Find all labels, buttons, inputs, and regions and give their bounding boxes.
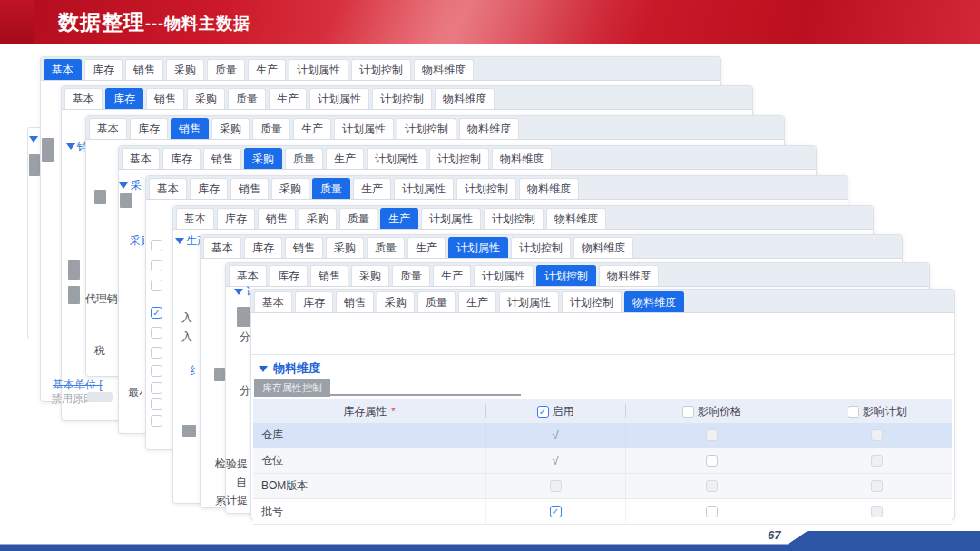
tab-2[interactable]: 库存 <box>295 291 333 312</box>
tab-8[interactable]: 计划控制 <box>397 118 456 139</box>
tab-8-active[interactable]: 计划控制 <box>536 265 596 286</box>
checkbox[interactable] <box>151 240 162 251</box>
tab-2[interactable]: 库存 <box>162 148 201 169</box>
checkbox[interactable] <box>706 480 718 492</box>
tab-5[interactable]: 质量 <box>392 265 430 286</box>
table-row-仓位[interactable]: 仓位√ <box>253 448 952 474</box>
table-row-BOM版本[interactable]: BOM版本 <box>253 474 952 499</box>
tab-5[interactable]: 质量 <box>252 118 290 139</box>
tab-7[interactable]: 计划属性 <box>367 148 426 169</box>
tab-2-active[interactable]: 库存 <box>105 88 143 109</box>
tab-8[interactable]: 计划控制 <box>562 291 622 312</box>
tab-7[interactable]: 计划属性 <box>474 265 534 286</box>
tab-3[interactable]: 销售 <box>258 208 296 229</box>
tab-4[interactable]: 采购 <box>351 265 389 286</box>
checkbox-checked[interactable]: √ <box>552 454 558 467</box>
checkbox-checked[interactable]: ✓ <box>537 406 549 418</box>
tab-1-active[interactable]: 基本 <box>44 59 82 80</box>
tab-3[interactable]: 销售 <box>230 178 269 199</box>
tab-8[interactable]: 计划控制 <box>511 237 571 258</box>
tab-1[interactable]: 基本 <box>149 178 187 199</box>
checkbox[interactable] <box>151 415 162 427</box>
tab-6[interactable]: 生产 <box>269 88 307 109</box>
tab-5[interactable]: 质量 <box>285 148 323 169</box>
tab-3[interactable]: 销售 <box>310 265 348 286</box>
tab-2[interactable]: 库存 <box>244 237 282 258</box>
tab-7[interactable]: 计划属性 <box>334 118 394 139</box>
tab-3[interactable]: 销售 <box>125 59 163 80</box>
tab-8[interactable]: 计划控制 <box>351 59 411 80</box>
tab-7[interactable]: 计划属性 <box>394 178 454 199</box>
tab-5[interactable]: 质量 <box>339 208 377 229</box>
tab-6[interactable]: 生产 <box>293 118 331 139</box>
checkbox[interactable] <box>151 382 162 394</box>
tab-9[interactable]: 物料维度 <box>519 178 579 199</box>
tab-6[interactable]: 生产 <box>353 178 391 199</box>
tab-3[interactable]: 销售 <box>203 148 241 169</box>
tab-8[interactable]: 计划控制 <box>484 208 544 229</box>
checkbox[interactable] <box>151 327 162 339</box>
tab-8[interactable]: 计划控制 <box>372 88 432 109</box>
checkbox[interactable] <box>151 398 162 410</box>
checkbox[interactable] <box>151 280 162 291</box>
tab-4-active[interactable]: 采购 <box>244 148 282 169</box>
checkbox-checked[interactable]: ✓ <box>151 307 162 319</box>
checkbox[interactable] <box>706 429 718 441</box>
tab-6[interactable]: 生产 <box>326 148 364 169</box>
tab-9[interactable]: 物料维度 <box>414 59 474 80</box>
tab-9[interactable]: 物料维度 <box>459 118 519 139</box>
tab-5[interactable]: 质量 <box>228 88 266 109</box>
tab-1[interactable]: 基本 <box>203 237 241 258</box>
checkbox[interactable] <box>151 365 162 377</box>
tab-4[interactable]: 采购 <box>326 237 364 258</box>
tab-9[interactable]: 物料维度 <box>435 88 495 109</box>
tab-1[interactable]: 基本 <box>89 118 127 139</box>
tab-4[interactable]: 采购 <box>271 178 309 199</box>
checkbox[interactable] <box>848 406 859 418</box>
tab-6[interactable]: 生产 <box>248 59 286 80</box>
tab-1[interactable]: 基本 <box>122 148 160 169</box>
checkbox-checked[interactable]: ✓ <box>550 506 562 517</box>
tab-7[interactable]: 计划属性 <box>499 291 559 312</box>
tab-5[interactable]: 质量 <box>207 59 245 80</box>
tab-6[interactable]: 生产 <box>407 237 446 258</box>
tab-8[interactable]: 计划控制 <box>429 148 489 169</box>
tab-5[interactable]: 质量 <box>417 291 456 312</box>
tab-1[interactable]: 基本 <box>64 88 103 109</box>
tab-7[interactable]: 计划属性 <box>289 59 348 80</box>
tab-1[interactable]: 基本 <box>254 291 292 312</box>
tab-4[interactable]: 采购 <box>299 208 337 229</box>
tab-5-active[interactable]: 质量 <box>312 178 350 199</box>
tab-7-active[interactable]: 计划属性 <box>448 237 508 258</box>
tab-4[interactable]: 采购 <box>211 118 250 139</box>
tab-9[interactable]: 物料维度 <box>492 148 552 169</box>
tab-9[interactable]: 物料维度 <box>573 237 633 258</box>
tab-3[interactable]: 销售 <box>336 291 374 312</box>
checkbox[interactable] <box>871 506 883 517</box>
tab-6[interactable]: 生产 <box>433 265 471 286</box>
tab-4[interactable]: 采购 <box>377 291 415 312</box>
tab-8[interactable]: 计划控制 <box>456 178 516 199</box>
tab-2[interactable]: 库存 <box>270 265 308 286</box>
tab-9[interactable]: 物料维度 <box>546 208 606 229</box>
tab-2[interactable]: 库存 <box>217 208 255 229</box>
checkbox[interactable] <box>706 455 718 467</box>
checkbox-checked[interactable]: √ <box>552 428 558 442</box>
table-row-仓库[interactable]: 仓库√ <box>253 423 952 448</box>
checkbox[interactable] <box>550 480 562 492</box>
tab-9-active[interactable]: 物料维度 <box>624 291 684 312</box>
tab-5[interactable]: 质量 <box>367 237 405 258</box>
checkbox[interactable] <box>151 347 162 359</box>
material-dimension-section[interactable]: 物料维度 <box>259 360 320 377</box>
tab-6-active[interactable]: 生产 <box>380 208 418 229</box>
checkbox[interactable] <box>871 429 883 441</box>
tab-3[interactable]: 销售 <box>285 237 323 258</box>
tab-2[interactable]: 库存 <box>190 178 228 199</box>
checkbox[interactable] <box>871 480 883 492</box>
table-row-批号[interactable]: 批号✓ <box>253 499 952 525</box>
checkbox[interactable] <box>871 455 883 467</box>
tab-3[interactable]: 销售 <box>146 88 184 109</box>
tab-9[interactable]: 物料维度 <box>599 265 659 286</box>
checkbox[interactable] <box>682 406 694 418</box>
tab-4[interactable]: 采购 <box>187 88 225 109</box>
